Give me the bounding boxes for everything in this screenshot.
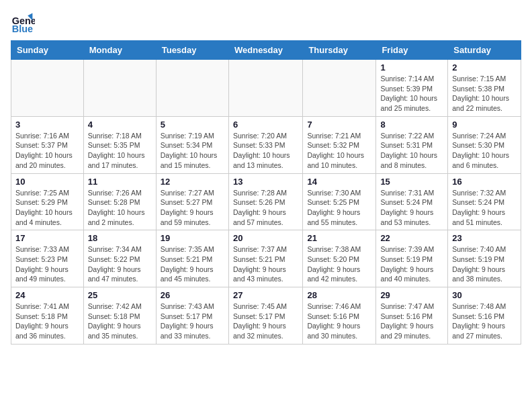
day-number: 25 bbox=[88, 290, 152, 300]
calendar-cell: 22Sunrise: 7:39 AMSunset: 5:19 PMDayligh… bbox=[376, 230, 448, 287]
calendar-cell: 4Sunrise: 7:18 AMSunset: 5:35 PMDaylight… bbox=[83, 116, 156, 173]
day-number: 2 bbox=[452, 62, 517, 73]
day-number: 9 bbox=[452, 120, 517, 130]
calendar-cell: 20Sunrise: 7:37 AMSunset: 5:21 PMDayligh… bbox=[228, 230, 302, 287]
week-row-4: 24Sunrise: 7:41 AMSunset: 5:18 PMDayligh… bbox=[11, 287, 521, 345]
week-row-0: 1Sunrise: 7:14 AMSunset: 5:39 PMDaylight… bbox=[11, 60, 521, 117]
day-detail: Sunrise: 7:37 AMSunset: 5:21 PMDaylight:… bbox=[233, 244, 298, 284]
weekday-thursday: Thursday bbox=[303, 41, 376, 60]
calendar-cell bbox=[156, 60, 228, 117]
calendar-cell: 11Sunrise: 7:26 AMSunset: 5:28 PMDayligh… bbox=[83, 173, 156, 230]
day-number: 24 bbox=[15, 290, 79, 300]
day-number: 1 bbox=[380, 62, 443, 73]
day-number: 15 bbox=[380, 177, 443, 187]
calendar-cell: 10Sunrise: 7:25 AMSunset: 5:29 PMDayligh… bbox=[11, 173, 84, 230]
day-number: 28 bbox=[307, 290, 371, 300]
day-detail: Sunrise: 7:24 AMSunset: 5:30 PMDaylight:… bbox=[452, 131, 517, 171]
calendar-cell: 6Sunrise: 7:20 AMSunset: 5:33 PMDaylight… bbox=[228, 116, 302, 173]
day-detail: Sunrise: 7:15 AMSunset: 5:38 PMDaylight:… bbox=[452, 74, 517, 113]
day-number: 22 bbox=[380, 233, 443, 243]
calendar-cell: 30Sunrise: 7:48 AMSunset: 5:16 PMDayligh… bbox=[448, 287, 521, 345]
day-number: 4 bbox=[88, 120, 152, 130]
day-detail: Sunrise: 7:30 AMSunset: 5:25 PMDaylight:… bbox=[307, 188, 371, 228]
week-row-3: 17Sunrise: 7:33 AMSunset: 5:23 PMDayligh… bbox=[11, 230, 521, 287]
calendar-cell: 7Sunrise: 7:21 AMSunset: 5:32 PMDaylight… bbox=[303, 116, 376, 173]
day-detail: Sunrise: 7:47 AMSunset: 5:16 PMDaylight:… bbox=[380, 302, 443, 341]
day-number: 12 bbox=[161, 177, 224, 187]
day-number: 20 bbox=[233, 233, 298, 243]
day-detail: Sunrise: 7:28 AMSunset: 5:26 PMDaylight:… bbox=[233, 188, 298, 228]
calendar-cell: 18Sunrise: 7:34 AMSunset: 5:22 PMDayligh… bbox=[83, 230, 156, 287]
calendar-body: 1Sunrise: 7:14 AMSunset: 5:39 PMDaylight… bbox=[11, 60, 521, 345]
week-row-2: 10Sunrise: 7:25 AMSunset: 5:29 PMDayligh… bbox=[11, 173, 521, 230]
day-number: 14 bbox=[307, 177, 371, 187]
day-detail: Sunrise: 7:46 AMSunset: 5:16 PMDaylight:… bbox=[307, 302, 371, 341]
day-detail: Sunrise: 7:40 AMSunset: 5:19 PMDaylight:… bbox=[452, 244, 517, 284]
day-detail: Sunrise: 7:38 AMSunset: 5:20 PMDaylight:… bbox=[307, 244, 371, 284]
day-detail: Sunrise: 7:20 AMSunset: 5:33 PMDaylight:… bbox=[233, 131, 298, 171]
calendar-cell: 13Sunrise: 7:28 AMSunset: 5:26 PMDayligh… bbox=[228, 173, 302, 230]
day-number: 18 bbox=[88, 233, 152, 243]
weekday-tuesday: Tuesday bbox=[156, 41, 228, 60]
week-row-1: 3Sunrise: 7:16 AMSunset: 5:37 PMDaylight… bbox=[11, 116, 521, 173]
day-number: 11 bbox=[88, 177, 152, 187]
calendar-cell: 2Sunrise: 7:15 AMSunset: 5:38 PMDaylight… bbox=[448, 60, 521, 117]
day-number: 29 bbox=[380, 290, 443, 300]
day-number: 6 bbox=[233, 120, 298, 130]
calendar-cell: 12Sunrise: 7:27 AMSunset: 5:27 PMDayligh… bbox=[156, 173, 228, 230]
day-number: 27 bbox=[233, 290, 298, 300]
day-number: 13 bbox=[233, 177, 298, 187]
day-detail: Sunrise: 7:39 AMSunset: 5:19 PMDaylight:… bbox=[380, 244, 443, 284]
day-detail: Sunrise: 7:35 AMSunset: 5:21 PMDaylight:… bbox=[161, 244, 224, 284]
day-number: 16 bbox=[452, 177, 517, 187]
day-detail: Sunrise: 7:41 AMSunset: 5:18 PMDaylight:… bbox=[15, 302, 79, 341]
svg-text:Blue: Blue bbox=[12, 24, 33, 34]
calendar-cell: 19Sunrise: 7:35 AMSunset: 5:21 PMDayligh… bbox=[156, 230, 228, 287]
weekday-monday: Monday bbox=[83, 41, 156, 60]
day-number: 10 bbox=[15, 177, 79, 187]
weekday-wednesday: Wednesday bbox=[228, 41, 302, 60]
day-number: 17 bbox=[15, 233, 79, 243]
calendar-cell: 1Sunrise: 7:14 AMSunset: 5:39 PMDaylight… bbox=[376, 60, 448, 117]
weekday-sunday: Sunday bbox=[11, 41, 84, 60]
day-number: 26 bbox=[161, 290, 224, 300]
weekday-header-row: SundayMondayTuesdayWednesdayThursdayFrid… bbox=[11, 41, 521, 60]
header: General Blue bbox=[11, 11, 521, 35]
day-number: 5 bbox=[161, 120, 224, 130]
logo-icon: General Blue bbox=[11, 11, 35, 35]
calendar-cell: 5Sunrise: 7:19 AMSunset: 5:34 PMDaylight… bbox=[156, 116, 228, 173]
calendar-cell: 27Sunrise: 7:45 AMSunset: 5:17 PMDayligh… bbox=[228, 287, 302, 345]
day-detail: Sunrise: 7:42 AMSunset: 5:18 PMDaylight:… bbox=[88, 302, 152, 341]
calendar-cell: 16Sunrise: 7:32 AMSunset: 5:24 PMDayligh… bbox=[448, 173, 521, 230]
logo: General Blue bbox=[11, 11, 38, 35]
day-number: 23 bbox=[452, 233, 517, 243]
day-detail: Sunrise: 7:16 AMSunset: 5:37 PMDaylight:… bbox=[15, 131, 79, 171]
calendar-cell: 8Sunrise: 7:22 AMSunset: 5:31 PMDaylight… bbox=[376, 116, 448, 173]
day-number: 21 bbox=[307, 233, 371, 243]
weekday-friday: Friday bbox=[376, 41, 448, 60]
day-number: 7 bbox=[307, 120, 371, 130]
day-detail: Sunrise: 7:31 AMSunset: 5:24 PMDaylight:… bbox=[380, 188, 443, 228]
day-detail: Sunrise: 7:43 AMSunset: 5:17 PMDaylight:… bbox=[161, 302, 224, 341]
day-number: 19 bbox=[161, 233, 224, 243]
calendar-cell: 15Sunrise: 7:31 AMSunset: 5:24 PMDayligh… bbox=[376, 173, 448, 230]
weekday-saturday: Saturday bbox=[448, 41, 521, 60]
calendar-cell: 25Sunrise: 7:42 AMSunset: 5:18 PMDayligh… bbox=[83, 287, 156, 345]
day-detail: Sunrise: 7:45 AMSunset: 5:17 PMDaylight:… bbox=[233, 302, 298, 341]
day-detail: Sunrise: 7:48 AMSunset: 5:16 PMDaylight:… bbox=[452, 302, 517, 341]
day-detail: Sunrise: 7:21 AMSunset: 5:32 PMDaylight:… bbox=[307, 131, 371, 171]
calendar-cell bbox=[11, 60, 84, 117]
calendar-table: SundayMondayTuesdayWednesdayThursdayFrid… bbox=[11, 40, 521, 345]
calendar-cell: 14Sunrise: 7:30 AMSunset: 5:25 PMDayligh… bbox=[303, 173, 376, 230]
calendar-cell bbox=[83, 60, 156, 117]
calendar-cell bbox=[228, 60, 302, 117]
calendar-cell: 24Sunrise: 7:41 AMSunset: 5:18 PMDayligh… bbox=[11, 287, 84, 345]
day-detail: Sunrise: 7:25 AMSunset: 5:29 PMDaylight:… bbox=[15, 188, 79, 228]
day-number: 3 bbox=[15, 120, 79, 130]
calendar-cell: 3Sunrise: 7:16 AMSunset: 5:37 PMDaylight… bbox=[11, 116, 84, 173]
calendar-cell: 28Sunrise: 7:46 AMSunset: 5:16 PMDayligh… bbox=[303, 287, 376, 345]
day-detail: Sunrise: 7:27 AMSunset: 5:27 PMDaylight:… bbox=[161, 188, 224, 228]
day-detail: Sunrise: 7:33 AMSunset: 5:23 PMDaylight:… bbox=[15, 244, 79, 284]
day-detail: Sunrise: 7:18 AMSunset: 5:35 PMDaylight:… bbox=[88, 131, 152, 171]
day-detail: Sunrise: 7:22 AMSunset: 5:31 PMDaylight:… bbox=[380, 131, 443, 171]
